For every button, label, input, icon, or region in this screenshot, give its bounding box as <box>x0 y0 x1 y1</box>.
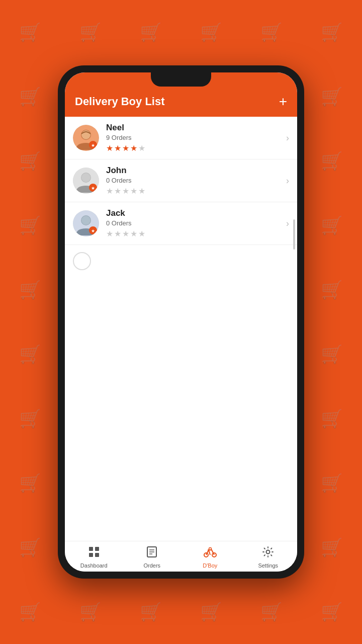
nav-item-settings[interactable]: Settings <box>239 546 298 569</box>
chevron-right-icon: › <box>286 218 289 229</box>
item-info: John 0 Orders ★ ★ ★ ★ ★ <box>106 166 282 196</box>
settings-icon <box>262 546 274 560</box>
star-2: ★ <box>114 229 121 238</box>
star-3: ★ <box>122 186 129 196</box>
chevron-right-icon: › <box>286 133 289 143</box>
page-title: Delivery Boy List <box>75 95 165 108</box>
delivery-boy-orders: 9 Orders <box>106 134 282 141</box>
star-1: ★ <box>106 229 113 238</box>
delivery-boy-orders: 0 Orders <box>106 219 282 227</box>
avatar: ★ <box>73 210 99 236</box>
svg-rect-15 <box>89 547 93 551</box>
star-1: ★ <box>106 143 113 153</box>
item-info: Jack 0 Orders ★ ★ ★ ★ ★ <box>106 208 282 238</box>
delivery-boy-orders: 0 Orders <box>106 177 282 184</box>
star-5: ★ <box>138 186 145 196</box>
rating-stars: ★ ★ ★ ★ ★ <box>106 186 282 196</box>
svg-rect-17 <box>89 553 93 557</box>
star-1: ★ <box>106 186 113 196</box>
phone-screen: Delivery Boy List + ★ <box>65 72 297 572</box>
star-4: ★ <box>130 186 137 196</box>
svg-rect-18 <box>95 553 99 557</box>
star-5: ★ <box>138 229 145 238</box>
bottom-navigation: Dashboard Orders <box>65 541 297 572</box>
svg-point-12 <box>81 216 90 225</box>
phone-frame: Delivery Boy List + ★ <box>58 65 304 579</box>
notch <box>151 72 211 87</box>
dashboard-icon <box>88 546 100 560</box>
star-4: ★ <box>130 229 137 238</box>
nav-label-orders: Orders <box>143 562 160 569</box>
rating-stars: ★ ★ ★ ★ ★ <box>106 229 282 238</box>
star-4: ★ <box>130 143 137 153</box>
avatar: ★ <box>73 125 99 151</box>
svg-text:★: ★ <box>91 186 95 191</box>
svg-rect-16 <box>95 547 99 551</box>
list-item[interactable]: ★ John 0 Orders ★ ★ ★ ★ ★ › <box>65 159 297 202</box>
nav-label-dashboard: Dashboard <box>80 562 108 569</box>
chevron-right-icon: › <box>286 176 289 186</box>
delivery-boy-name: Neel <box>106 123 282 133</box>
delivery-boy-name: John <box>106 166 282 176</box>
svg-text:★: ★ <box>91 228 95 233</box>
svg-point-26 <box>266 550 270 554</box>
item-info: Neel 9 Orders ★ ★ ★ ★ ★ <box>106 123 282 153</box>
list-item[interactable]: ★ Neel 9 Orders ★ ★ ★ ★ ★ › <box>65 117 297 159</box>
star-3: ★ <box>122 143 129 153</box>
nav-label-settings: Settings <box>258 562 278 569</box>
scroll-indicator <box>293 219 295 250</box>
nav-item-dashboard[interactable]: Dashboard <box>65 546 123 569</box>
avatar: ★ <box>73 168 99 194</box>
list-item[interactable]: ★ Jack 0 Orders ★ ★ ★ ★ ★ › <box>65 202 297 245</box>
dboy-icon <box>204 546 217 560</box>
placeholder-circle <box>73 252 91 270</box>
star-5: ★ <box>138 143 145 153</box>
star-2: ★ <box>114 143 121 153</box>
add-delivery-boy-button[interactable]: + <box>279 95 287 109</box>
star-2: ★ <box>114 186 121 196</box>
nav-label-dboy: D'Boy <box>203 562 217 569</box>
delivery-boy-list: ★ Neel 9 Orders ★ ★ ★ ★ ★ › <box>65 117 297 541</box>
star-3: ★ <box>122 229 129 238</box>
orders-icon <box>146 546 157 560</box>
svg-point-7 <box>81 173 90 182</box>
nav-item-orders[interactable]: Orders <box>123 546 182 569</box>
rating-stars: ★ ★ ★ ★ ★ <box>106 143 282 153</box>
delivery-boy-name: Jack <box>106 208 282 218</box>
svg-text:★: ★ <box>91 143 95 148</box>
nav-item-dboy[interactable]: D'Boy <box>181 546 239 569</box>
